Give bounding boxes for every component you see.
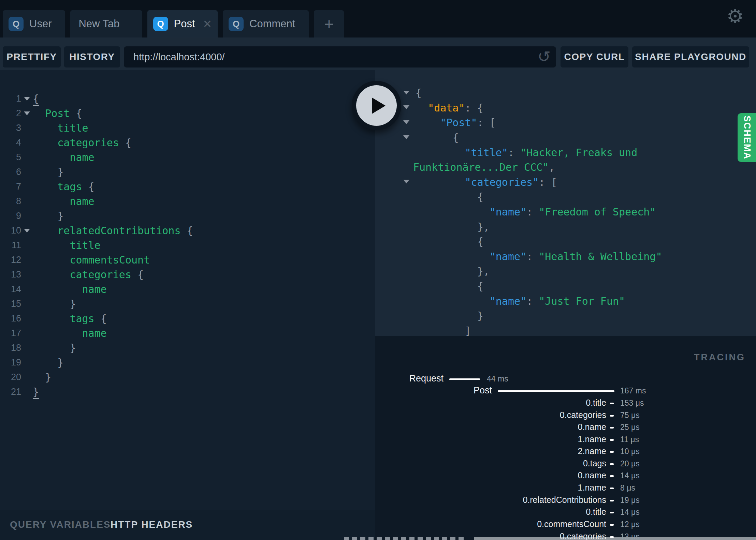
response-line: { (375, 86, 756, 101)
query-variables-tab[interactable]: QUERY VARIABLES (10, 519, 111, 530)
response-line: }, (375, 219, 756, 234)
tracing-duration-bar (610, 439, 614, 441)
tracing-duration-time: 167 ms (620, 386, 646, 395)
fold-arrow-icon[interactable] (24, 111, 30, 115)
tracing-duration-bar (610, 427, 614, 429)
share-playground-button[interactable]: SHARE PLAYGROUND (632, 46, 749, 68)
close-icon[interactable]: × (203, 18, 212, 30)
toolbar: PRETTIFY HISTORY ↺ COPY CURL SHARE PLAYG… (0, 38, 756, 70)
response-line: "categories": [ (375, 175, 756, 190)
query-line: 21} (0, 385, 375, 399)
fold-arrow-icon[interactable] (24, 229, 30, 232)
tracing-row-label: Request (409, 373, 444, 384)
history-button[interactable]: HISTORY (64, 46, 120, 68)
tab-bar: QUserNew TabQPost×QComment + ⚙ (0, 0, 756, 38)
response-code: { (416, 87, 422, 99)
line-number: 8 (0, 196, 21, 207)
reload-schema-icon[interactable]: ↺ (537, 47, 551, 66)
tracing-duration-bar (610, 524, 614, 526)
query-code: } (33, 386, 39, 398)
query-line: 17 name (0, 326, 375, 341)
line-number: 5 (0, 152, 21, 163)
query-code: commentsCount (33, 254, 150, 266)
tracing-duration-time: 25 μs (620, 423, 640, 432)
query-code: name (33, 283, 107, 295)
query-code: title (33, 239, 101, 251)
collapse-arrow-icon[interactable] (403, 120, 409, 124)
tracing-duration-bar (610, 475, 614, 477)
response-line: }, (375, 264, 756, 279)
tracing-duration-time: 10 μs (620, 447, 640, 456)
line-number: 17 (0, 328, 21, 339)
response-line: { (375, 190, 756, 205)
new-tab-button[interactable]: + (314, 10, 344, 38)
query-line: 5 name (0, 150, 375, 165)
line-number: 9 (0, 211, 21, 221)
query-code: } (33, 298, 76, 310)
query-badge: Q (229, 17, 244, 31)
response-code: ] (416, 325, 471, 336)
query-line: 12 commentsCount (0, 253, 375, 267)
fold-arrow-icon[interactable] (24, 97, 30, 101)
response-code: "name": "Just For Fun" (416, 295, 625, 307)
response-line: "name": "Health & Wellbeing" (375, 249, 756, 264)
response-code: Funktionäre...Der CCC", (413, 161, 555, 173)
tab-new-tab[interactable]: New Tab (70, 10, 142, 38)
query-code: } (33, 166, 63, 178)
response-line: "name": "Freedom of Speech" (375, 205, 756, 220)
line-number: 18 (0, 343, 21, 353)
query-line: 10 relatedContributions { (0, 223, 375, 238)
execute-query-button[interactable] (352, 81, 401, 130)
line-number: 7 (0, 181, 21, 192)
tracing-horizontal-scrollbar[interactable] (474, 537, 756, 540)
query-line: 16 tags { (0, 311, 375, 326)
tracing-row-label: 0.commentsCount (537, 519, 606, 529)
response-code: "name": "Health & Wellbeing" (416, 251, 662, 262)
editor-bottom-bar: QUERY VARIABLES HTTP HEADERS (0, 510, 375, 540)
line-number: 6 (0, 167, 21, 177)
tracing-duration-time: 20 μs (620, 459, 640, 468)
tracing-row-label: 0.title (586, 398, 606, 408)
query-code: relatedContributions { (33, 225, 193, 237)
response-code: { (416, 280, 483, 292)
http-headers-tab[interactable]: HTTP HEADERS (111, 519, 193, 530)
tracing-duration-time: 11 μs (620, 435, 639, 444)
collapse-arrow-icon[interactable] (403, 135, 409, 139)
collapse-arrow-icon[interactable] (403, 105, 409, 109)
query-code: name (33, 327, 107, 339)
tab-label: Comment (249, 18, 295, 30)
tracing-row-label: 0.title (586, 507, 606, 517)
tab-post[interactable]: QPost× (147, 10, 218, 38)
tab-user[interactable]: QUser (3, 10, 65, 38)
tracing-duration-bar (449, 378, 480, 380)
tracing-duration-time: 75 μs (620, 411, 640, 420)
prettify-button[interactable]: PRETTIFY (3, 46, 61, 68)
response-code: "title": "Hacker, Freaks und (416, 147, 637, 159)
query-code: name (33, 195, 94, 207)
line-number: 20 (0, 372, 21, 382)
query-line: 11 title (0, 238, 375, 253)
tracing-row-label: 0.categories (560, 410, 606, 420)
response-code: }, (416, 265, 490, 277)
query-line: 18 } (0, 341, 375, 355)
collapse-arrow-icon[interactable] (403, 180, 409, 183)
response-line: { (375, 130, 756, 145)
response-line: "data": { (375, 101, 756, 116)
copy-curl-button[interactable]: COPY CURL (561, 46, 628, 68)
schema-tab[interactable]: SCHEMA (738, 113, 756, 162)
tab-label: User (29, 18, 52, 30)
line-number: 16 (0, 313, 21, 324)
tracing-row-label: 0.categories (560, 531, 606, 540)
query-badge: Q (9, 17, 24, 31)
query-editor[interactable]: 1{2 Post {3 title4 categories {5 name6 }… (0, 70, 375, 510)
query-line: 1{ (0, 91, 375, 106)
play-icon (356, 85, 397, 126)
tracing-duration-time: 19 μs (620, 496, 640, 505)
collapse-arrow-icon[interactable] (403, 91, 409, 94)
tracing-panel-title: TRACING (694, 352, 745, 363)
response-code: }, (416, 221, 490, 233)
tab-comment[interactable]: QComment (223, 10, 309, 38)
settings-gear-icon[interactable]: ⚙ (727, 7, 744, 26)
query-line: 4 categories { (0, 135, 375, 150)
endpoint-url-input[interactable] (124, 46, 556, 68)
